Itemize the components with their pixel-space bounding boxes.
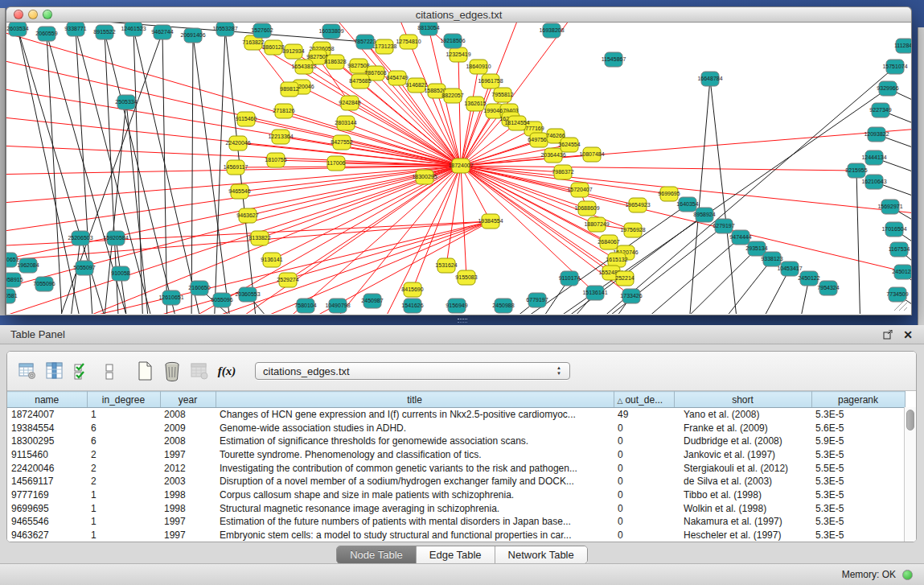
graph-node[interactable]: 989812: [280, 82, 298, 97]
graph-node[interactable]: 25206503: [68, 231, 92, 245]
network-canvas[interactable]: 1872400771638228860128891293420226058982…: [6, 23, 912, 315]
graph-node[interactable]: 18124554: [504, 116, 529, 130]
graph-node[interactable]: 2450123: [892, 265, 911, 279]
graph-node[interactable]: 20360553: [235, 287, 260, 302]
graph-node[interactable]: 17016504: [881, 222, 906, 237]
column-header-short[interactable]: short: [674, 392, 811, 408]
graph-node[interactable]: 15720407: [567, 183, 592, 197]
column-header-title[interactable]: title: [216, 392, 614, 408]
graph-node[interactable]: 8813054: [417, 23, 439, 35]
table-row[interactable]: 1830029562008Estimation of significance …: [7, 435, 905, 448]
graph-node[interactable]: 1112843: [894, 39, 911, 53]
column-header-out_de[interactable]: △out_de...: [614, 392, 674, 408]
graph-node[interactable]: 9338771: [64, 23, 86, 36]
graph-node[interactable]: 8427552: [331, 135, 352, 150]
graph-node[interactable]: 16543812: [291, 60, 316, 74]
window-titlebar[interactable]: citations_edges.txt: [6, 6, 912, 23]
graph-node[interactable]: 9465546: [228, 184, 250, 199]
graph-node[interactable]: 1733426: [620, 289, 642, 303]
graph-node[interactable]: 15920584: [103, 231, 128, 245]
graph-node[interactable]: 8186328: [324, 55, 346, 69]
graph-node[interactable]: 2529274: [277, 273, 298, 287]
graph-node[interactable]: 19384554: [478, 214, 503, 229]
graph-node[interactable]: 9115460: [236, 112, 257, 126]
graph-node[interactable]: 14569117: [224, 160, 248, 175]
graph-node[interactable]: 2684067: [598, 235, 619, 249]
close-panel-icon[interactable]: ✕: [903, 329, 913, 340]
graph-node[interactable]: 8822057: [441, 89, 463, 103]
table-row[interactable]: 946554611997Estimation of the future num…: [7, 515, 905, 529]
graph-node[interactable]: 2450987: [361, 294, 383, 308]
graph-node[interactable]: 18807249: [584, 217, 609, 232]
graph-node[interactable]: 1962084: [17, 258, 39, 273]
graph-node[interactable]: 9058915: [6, 273, 23, 287]
graph-node[interactable]: 8915522: [93, 25, 115, 39]
table-row[interactable]: 969969511998Structural magnetic resonanc…: [7, 501, 905, 515]
graph-node[interactable]: 12754810: [396, 35, 421, 49]
graph-node[interactable]: 12213364: [268, 130, 293, 144]
table-row[interactable]: 977716911998Corpus callosum shape and si…: [7, 488, 905, 502]
graph-node[interactable]: 9100581: [6, 289, 18, 303]
graph-node[interactable]: 12093822: [864, 127, 889, 142]
panel-splitter-handle[interactable]: [458, 319, 467, 323]
graph-node[interactable]: 9155083: [455, 270, 477, 285]
graph-node[interactable]: 1541626: [401, 299, 423, 313]
graph-node[interactable]: 11545867: [602, 52, 626, 67]
graph-node[interactable]: 1810755: [265, 153, 286, 167]
graph-node[interactable]: 7955812: [491, 88, 513, 102]
function-builder-button[interactable]: f(x): [215, 359, 239, 383]
select-column-button[interactable]: [43, 359, 67, 383]
graph-node[interactable]: 7857223: [354, 35, 376, 49]
graph-node[interactable]: 9136141: [261, 253, 282, 267]
graph-node[interactable]: 1167534: [889, 242, 910, 257]
graph-node[interactable]: 2505334: [115, 95, 137, 109]
graph-node[interactable]: 18724007: [448, 159, 473, 173]
column-header-name[interactable]: name: [7, 392, 87, 408]
graph-node[interactable]: 3624554: [558, 138, 580, 152]
deselect-all-button[interactable]: [97, 359, 121, 383]
graph-node[interactable]: 9462744: [151, 25, 173, 39]
graph-node[interactable]: 1640354: [676, 197, 698, 212]
graph-node[interactable]: 7954324: [817, 281, 839, 295]
graph-node[interactable]: 252214: [615, 271, 634, 286]
scrollbar-thumb[interactable]: [906, 410, 914, 431]
delete-table-button[interactable]: [160, 359, 184, 383]
select-all-button[interactable]: [70, 359, 94, 383]
graph-node[interactable]: 9474444: [729, 230, 751, 245]
tab-network-table[interactable]: Network Table: [495, 546, 587, 563]
graph-node[interactable]: 8215955: [845, 163, 867, 178]
graph-node[interactable]: 16210643: [861, 175, 886, 189]
graph-node[interactable]: 10553287: [212, 23, 237, 36]
graph-node[interactable]: 9110174: [559, 271, 581, 286]
graph-node[interactable]: 2060559: [35, 27, 57, 41]
table-row[interactable]: 946362711997Embryonic stem cells: a mode…: [7, 529, 905, 542]
float-panel-icon[interactable]: [883, 330, 893, 340]
graph-node[interactable]: 15692971: [877, 200, 902, 214]
graph-node[interactable]: 8415690: [401, 282, 423, 297]
graph-node[interactable]: 6279197: [713, 219, 734, 233]
graph-node[interactable]: 8475685: [349, 74, 371, 89]
table-settings-button[interactable]: [15, 359, 39, 383]
column-header-pagerank[interactable]: pagerank: [811, 392, 905, 408]
table-row[interactable]: 1872400712008Changes of HCN gene express…: [7, 408, 905, 422]
graph-node[interactable]: 9242848: [339, 96, 360, 110]
graph-node[interactable]: 9338123: [761, 252, 782, 266]
graph-node[interactable]: 16938208: [539, 23, 564, 38]
graph-node[interactable]: 1615132: [606, 253, 627, 267]
graph-node[interactable]: 1527602: [251, 23, 273, 38]
graph-node[interactable]: 9156949: [446, 299, 467, 313]
graph-node[interactable]: 5055096: [211, 293, 232, 307]
table-row[interactable]: 2242004622012Investigating the contribut…: [7, 461, 905, 475]
graph-node[interactable]: 8133822: [248, 231, 270, 245]
graph-node[interactable]: 15751074: [882, 60, 907, 74]
graph-node[interactable]: 19218506: [440, 34, 465, 48]
table-vertical-scrollbar[interactable]: [904, 407, 916, 542]
tab-edge-table[interactable]: Edge Table: [417, 546, 495, 563]
graph-node[interactable]: 2450988: [492, 299, 514, 313]
graph-node[interactable]: 7986372: [552, 165, 573, 179]
graph-node[interactable]: 1531624: [435, 258, 457, 273]
graph-node[interactable]: 7055096: [33, 277, 55, 291]
graph-node[interactable]: 12461523: [121, 23, 146, 36]
graph-node[interactable]: 9699695: [658, 187, 680, 201]
graph-node[interactable]: 16961758: [478, 74, 503, 89]
